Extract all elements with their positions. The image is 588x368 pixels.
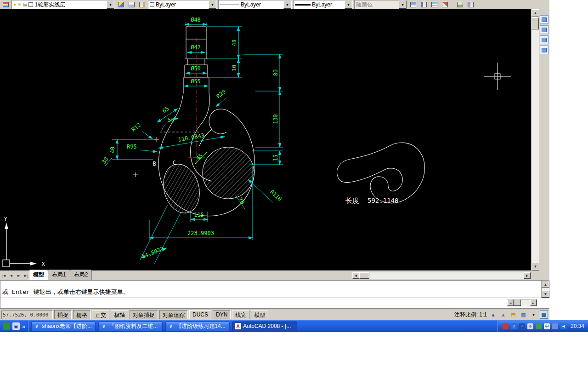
layer-states-icon[interactable] <box>137 0 147 9</box>
layer-previous-icon[interactable] <box>127 0 136 9</box>
command-vertical-scrollbar[interactable]: ▲ ▼ <box>541 281 549 298</box>
system-tray: ? ‹ e 中 ◄ 20:34 <box>498 320 588 332</box>
polar-toggle[interactable]: 极轴 <box>111 310 128 319</box>
main-area: Ø48 Ø42 Ø50 Ø55 48 10 80 130 15 R29 65 5… <box>0 9 549 270</box>
annotation-scale-label[interactable]: 注释比例: 1:1 <box>454 311 487 319</box>
tray-collapse-icon[interactable]: ‹ <box>519 323 525 329</box>
tray-settings-icon[interactable]: ▦ <box>520 311 527 319</box>
viewport-tool-icon-4[interactable] <box>540 46 548 54</box>
taskbar-window-1-label: shaonx老师【进阶... <box>42 322 92 330</box>
color-chip <box>150 2 154 7</box>
layout-tab-bar: |◄ ◄ ► ►| 模型 布局1 布局2 ◄ ► <box>0 270 549 280</box>
scroll-down-icon[interactable]: ▼ <box>531 263 539 270</box>
dyn-toggle[interactable]: DYN <box>213 310 231 319</box>
curve-outline <box>337 143 425 203</box>
command-scroll-right-icon[interactable]: ► <box>530 299 537 306</box>
drawing-vertical-scrollbar[interactable]: ▲ ▼ <box>531 9 539 270</box>
tray-volume-icon[interactable]: ◄ <box>560 323 566 329</box>
lineweight-toggle[interactable]: 线宽 <box>232 310 249 319</box>
tab-layout2[interactable]: 布局2 <box>70 270 92 280</box>
color-combo-dropdown-icon[interactable]: ▼ <box>209 0 216 9</box>
ortho-toggle[interactable]: 正交 <box>92 310 109 319</box>
taskbar-window-autocad[interactable]: A AutoCAD 2008 - [... <box>232 322 297 331</box>
annotation-autoscale-icon[interactable]: ▲ <box>499 311 507 319</box>
linetype-combo-dropdown-icon[interactable]: ▼ <box>283 0 291 9</box>
tab-layout1[interactable]: 布局1 <box>48 270 70 280</box>
scroll-up-icon[interactable]: ▲ <box>531 9 539 17</box>
quicklaunch-chevron-icon[interactable]: » <box>22 323 25 330</box>
status-menu-arrow-icon[interactable]: ▼ <box>530 311 537 319</box>
scroll-right-icon[interactable]: ► <box>524 272 531 279</box>
tab-first-icon[interactable]: |◄ <box>0 272 7 279</box>
tab-model[interactable]: 模型 <box>29 270 48 280</box>
command-horizontal-scrollbar[interactable]: ◄ ► <box>507 299 537 306</box>
drawing-horizontal-scrollbar[interactable]: ◄ ► <box>352 272 531 279</box>
lineweight-combo-dropdown-icon[interactable]: ▼ <box>345 0 352 9</box>
annotation-visibility-icon[interactable]: ▲ <box>489 311 497 319</box>
length-value: 592.1140 <box>368 197 398 204</box>
taskbar-window-autocad-label: AutoCAD 2008 - [... <box>243 323 291 329</box>
ducs-toggle[interactable]: DUCS <box>189 310 211 319</box>
layer-on-bulb-icon: ● <box>13 2 16 7</box>
tray-icon-1[interactable] <box>503 323 509 329</box>
toolbar-lock-icon[interactable]: ⬒ <box>509 311 517 319</box>
osnap-toggle[interactable]: 对象捕捉 <box>130 310 158 319</box>
plotstyle-combo-dropdown-icon[interactable]: ▼ <box>399 0 407 9</box>
viewport-tool-icon-1[interactable] <box>540 15 548 24</box>
drawing-canvas[interactable]: Ø48 Ø42 Ø50 Ø55 48 10 80 130 15 R29 65 5… <box>0 9 531 270</box>
command-scroll-thumb[interactable] <box>514 299 521 306</box>
scroll-left-icon[interactable]: ◄ <box>352 272 359 279</box>
color-combo[interactable]: ByLayer ▼ <box>148 0 217 9</box>
tray-help-icon[interactable]: ? <box>511 323 517 329</box>
command-input[interactable] <box>0 298 550 308</box>
svg-text:54.5973: 54.5973 <box>141 246 164 260</box>
table-style-icon[interactable] <box>430 0 439 9</box>
make-layer-current-icon[interactable] <box>116 0 125 9</box>
command-scroll-up-icon[interactable]: ▲ <box>542 281 549 288</box>
tray-shield-icon[interactable] <box>536 323 542 329</box>
svg-text:50°: 50° <box>168 117 178 123</box>
svg-text:R95: R95 <box>127 144 137 150</box>
layer-properties-icon[interactable] <box>1 0 10 9</box>
lineweight-combo[interactable]: ByLayer ▼ <box>293 0 353 9</box>
ucs-y-label: Y <box>4 216 7 222</box>
layer-combo-dropdown-icon[interactable]: ▼ <box>107 0 114 9</box>
quicklaunch-icon-2[interactable]: ▣ <box>12 322 20 330</box>
tray-input-method-icon[interactable]: 中 <box>544 323 550 329</box>
grid-toggle[interactable]: 栅格 <box>73 310 90 319</box>
coordinate-display[interactable]: 57.7526, 0.0000 <box>1 310 53 319</box>
tab-next-icon[interactable]: ► <box>15 272 22 279</box>
viewport-tool-icon-3[interactable] <box>540 35 548 44</box>
svg-text:110.6843: 110.6843 <box>178 132 205 143</box>
command-scroll-down-icon[interactable]: ▼ <box>542 290 549 298</box>
clean-screen-icon[interactable] <box>540 310 548 319</box>
command-scroll-left-icon[interactable]: ◄ <box>507 299 514 306</box>
styles-toolbar-icon-2[interactable] <box>466 0 475 9</box>
taskbar-window-1[interactable]: e shaonx老师【进阶... <box>31 322 96 331</box>
linetype-combo[interactable]: ByLayer ▼ <box>218 0 292 9</box>
snap-toggle[interactable]: 捕捉 <box>54 310 72 319</box>
command-history[interactable]: 或 Enter 键退出，或单击右键显示快捷菜单。 <box>0 281 537 297</box>
tab-last-icon[interactable]: ►| <box>23 272 29 279</box>
autocad-window: ● ☀ ▤ 1轮廓实线层 ▼ ByLayer ▼ <box>0 0 549 320</box>
otrack-toggle[interactable]: 对象追踪 <box>159 310 188 319</box>
tray-browser-icon[interactable]: e <box>527 323 533 329</box>
multileader-style-icon[interactable] <box>440 0 449 9</box>
horizontal-scroll-thumb[interactable] <box>359 272 369 279</box>
ie-icon: e <box>168 323 174 329</box>
viewport-tool-icon-2[interactable] <box>540 25 548 34</box>
text-style-icon[interactable] <box>408 0 418 9</box>
dimension-texts: Ø48 Ø42 Ø50 Ø55 48 10 80 130 15 R29 65 5… <box>101 17 283 260</box>
styles-toolbar-icon-1[interactable] <box>455 0 464 9</box>
measured-curve: 长度 592.1140 <box>337 143 425 204</box>
quicklaunch-icon-1[interactable] <box>3 322 10 330</box>
taskbar-window-2[interactable]: e 『图纸资料及二维... <box>98 322 163 331</box>
layer-combo[interactable]: ● ☀ ▤ 1轮廓实线层 ▼ <box>11 0 115 9</box>
plotstyle-combo[interactable]: 随颜色 ▼ <box>354 0 407 9</box>
tab-prev-icon[interactable]: ◄ <box>8 272 15 279</box>
dimension-style-icon[interactable] <box>419 0 428 9</box>
taskbar-window-3[interactable]: e 【进阶级练习题14... <box>165 322 230 331</box>
model-toggle[interactable]: 模型 <box>251 310 268 319</box>
tray-network-icon[interactable] <box>552 323 558 329</box>
vertical-scroll-thumb[interactable] <box>531 17 539 29</box>
